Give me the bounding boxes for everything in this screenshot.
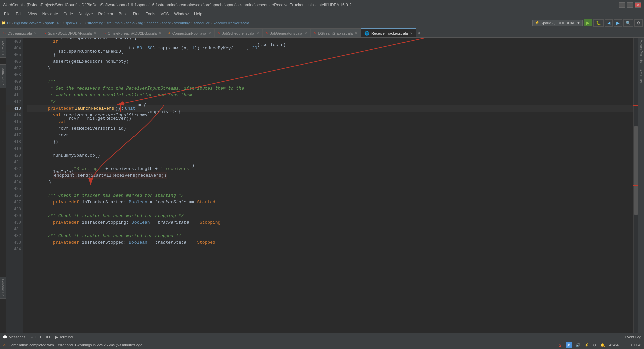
event-log[interactable]: Event Log <box>625 335 641 339</box>
breadcrumb-spark161[interactable]: spark1.6.1 <box>45 21 62 25</box>
run-button[interactable]: ▶ <box>584 19 592 26</box>
code-line-431 <box>27 226 633 233</box>
tab-close-7[interactable]: ✕ <box>355 31 357 35</box>
code-line-433: private def isTrackerStopped: Boolean = … <box>27 239 633 246</box>
breadcrumb-receivertracker[interactable]: ReceiverTracker.scala <box>213 21 249 25</box>
line-num-417: 417 <box>6 132 21 139</box>
breadcrumb-src[interactable]: src <box>107 21 112 25</box>
line-num-419: 419 <box>6 146 21 152</box>
menu-refactor[interactable]: Refactor <box>96 12 116 16</box>
line-num-413: 413 <box>6 105 21 112</box>
maven-label: Maven Projects <box>639 40 643 63</box>
title-bar: WordCount - [D:\IdeaProjects\WordCount] … <box>0 0 644 10</box>
menu-tools[interactable]: Tools <box>143 12 158 16</box>
menu-run[interactable]: Run <box>130 12 143 16</box>
toolbar: 📁 D: › BigDataSoftware › spark1.6.1 › sp… <box>0 18 644 28</box>
settings-status-icon[interactable]: ⚙ <box>593 343 596 347</box>
search-button[interactable]: 🔍 <box>623 19 633 27</box>
tab-jobgen[interactable]: S JobGenerator.scala ✕ <box>263 28 311 37</box>
structure-sidebar-tab[interactable]: 2: Structure <box>0 64 6 88</box>
run-config-dropdown[interactable]: ⚡ SparkSQLUDFUDAF ▼ <box>532 20 583 26</box>
menu-navigate[interactable]: Navigate <box>40 12 61 16</box>
code-line-429: /** Check if tracker has been marked for… <box>27 213 633 219</box>
tab-close-2[interactable]: ✕ <box>94 31 96 35</box>
nav-forward-button[interactable]: ▶ <box>614 19 622 27</box>
minimize-button[interactable]: ─ <box>619 2 625 8</box>
menu-code[interactable]: Code <box>61 12 76 16</box>
breadcrumb-spark-161[interactable]: spark-1.6.1 <box>65 21 84 25</box>
code-line-412: */ <box>27 99 633 105</box>
window-title: WordCount - [D:\IdeaProjects\WordCount] … <box>3 3 352 7</box>
notifications-icon[interactable]: 🔔 <box>600 343 605 347</box>
menu-vcs[interactable]: VCS <box>158 12 172 16</box>
breadcrumb-d[interactable]: D: <box>7 21 11 25</box>
tab-close-dstream[interactable]: ✕ <box>34 31 37 35</box>
breadcrumb-scheduler[interactable]: scheduler <box>194 21 210 25</box>
line-num-412: 412 <box>6 99 21 105</box>
breadcrumb-scala[interactable]: scala <box>126 21 135 25</box>
close-button[interactable]: ✕ <box>635 2 641 8</box>
breadcrumb-streaming[interactable]: streaming <box>87 21 103 25</box>
tab-label-8: ReceiverTracker.scala <box>371 31 408 35</box>
ant-build-sidebar[interactable]: Ant Build <box>638 67 644 85</box>
line-num-422: 422 <box>6 166 21 172</box>
breadcrumb-bigdata[interactable]: BigDataSoftware <box>14 21 42 25</box>
position-indicator[interactable]: 424:4 <box>609 343 619 347</box>
tab-jobscheduler[interactable]: S JobScheduler.scala ✕ <box>215 28 263 37</box>
tab-receivertracker[interactable]: 🌐 ReceiverTracker.scala ✕ <box>361 28 416 37</box>
breadcrumb-main[interactable]: main <box>115 21 123 25</box>
line-num-424: 424 <box>6 179 21 186</box>
scroll-thumb[interactable] <box>634 126 638 215</box>
tab-dstream[interactable]: S DStream.scala ✕ <box>0 28 40 37</box>
line-numbers: 403 404 405 406 407 408 409 410 411 412 … <box>6 38 23 333</box>
terminal-tab[interactable]: ▶ Terminal <box>55 335 73 339</box>
tab-online[interactable]: S OnlineForeachRDD2DB.scala ✕ <box>100 28 165 37</box>
line-num-405: 405 <box>6 52 21 58</box>
breadcrumb-streaming2[interactable]: streaming <box>174 21 190 25</box>
tab-overflow[interactable]: » <box>416 31 423 35</box>
todo-icon: ✓ <box>31 335 34 339</box>
run-config-name: SparkSQLUDFUDAF <box>541 21 575 25</box>
menu-edit[interactable]: Edit <box>13 12 25 16</box>
toolbar-folder-d[interactable]: 📁 <box>1 21 6 25</box>
line-ending-indicator[interactable]: LF <box>623 343 627 347</box>
tab-dstreamgraph[interactable]: S DStreamGraph.scala ✕ <box>311 28 361 37</box>
tab-close-4[interactable]: ✕ <box>208 31 211 35</box>
encoding-label[interactable]: UTF-8 <box>631 343 641 347</box>
code-line-434 <box>27 246 633 253</box>
project-sidebar-tab[interactable]: 1: Project <box>0 38 6 58</box>
tab-label: DStream.scala <box>8 31 32 35</box>
menu-build[interactable]: Build <box>116 12 130 16</box>
menu-window[interactable]: Window <box>171 12 191 16</box>
scala-icon-3: S <box>103 31 106 35</box>
code-editor[interactable]: if (!ssc.sparkContext.isLocal) { ssc.spa… <box>23 38 633 333</box>
menu-analyze[interactable]: Analyze <box>76 12 96 16</box>
menu-file[interactable]: File <box>1 12 13 16</box>
breadcrumb-spark[interactable]: spark <box>162 21 171 25</box>
todo-tab[interactable]: ✓ 6: TODO <box>31 335 50 339</box>
maximize-button[interactable]: □ <box>627 2 633 8</box>
favorites-sidebar-tab[interactable]: 2: Favorites <box>0 277 6 299</box>
debug-button[interactable]: 🐛 <box>593 19 604 27</box>
code-line-423: endpoint.send(StartAllReceivers(receiver… <box>27 172 633 179</box>
menu-help[interactable]: Help <box>191 12 205 16</box>
warning-icon: ⚠ <box>3 343 6 347</box>
settings-button[interactable]: ⚙ <box>634 19 643 27</box>
tab-connpool[interactable]: J ConnectionPool.java ✕ <box>165 28 214 37</box>
code-line-404: ssc.sparkContext.makeRDD(1 to 50, 50).ma… <box>27 45 633 52</box>
code-line-409: /** <box>27 78 633 85</box>
breadcrumb-org[interactable]: org <box>138 21 143 25</box>
line-num-406: 406 <box>6 58 21 65</box>
error-marker-2 <box>633 185 638 186</box>
messages-tab[interactable]: 💬 Messages <box>3 335 25 339</box>
tab-close-8[interactable]: ✕ <box>410 32 413 35</box>
menu-view[interactable]: View <box>25 12 40 16</box>
nav-back-button[interactable]: ◀ <box>605 19 613 27</box>
tab-sparkudaf[interactable]: S SparkSQLUDFUDAF.scala ✕ <box>40 28 100 37</box>
tab-close-5[interactable]: ✕ <box>256 31 259 35</box>
tab-close-6[interactable]: ✕ <box>304 31 307 35</box>
tab-close-3[interactable]: ✕ <box>159 31 161 35</box>
breadcrumb-apache[interactable]: apache <box>146 21 158 25</box>
code-line-426: /** Check if tracker has been marked for… <box>27 192 633 199</box>
editor-scrollbar[interactable] <box>633 38 638 333</box>
